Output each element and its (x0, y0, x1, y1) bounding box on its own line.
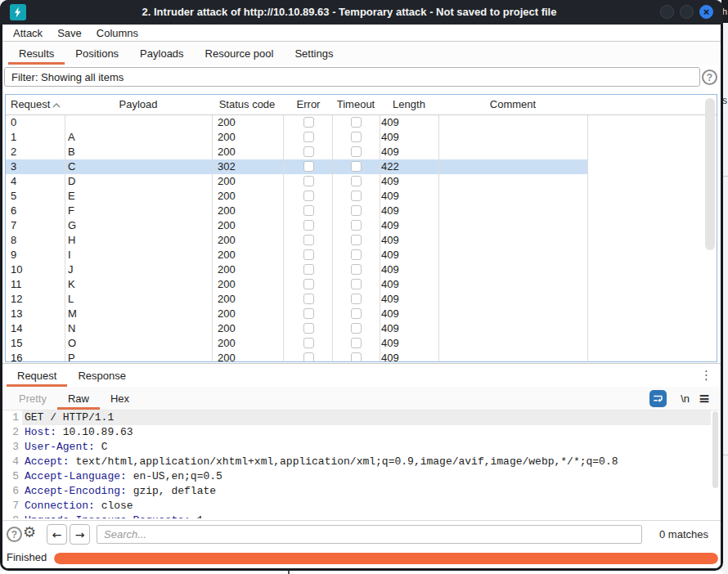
table-row[interactable]: 11K200409 (6, 277, 717, 292)
timeout-checkbox[interactable] (351, 205, 362, 216)
panel-divider[interactable] (2, 363, 721, 364)
timeout-checkbox[interactable] (351, 249, 362, 260)
timeout-checkbox[interactable] (351, 161, 362, 172)
newline-toggle-button[interactable]: \n (681, 392, 690, 405)
titlebar[interactable]: 2. Intruder attack of http://10.10.89.63… (0, 0, 723, 25)
timeout-checkbox[interactable] (351, 191, 362, 201)
column-divider[interactable] (283, 95, 284, 361)
table-row[interactable]: 6F200409 (6, 204, 717, 218)
error-checkbox[interactable] (303, 249, 314, 260)
editor-line[interactable]: 3User-Agent: C (2, 440, 721, 455)
error-checkbox[interactable] (303, 338, 314, 348)
table-scrollbar-thumb[interactable] (705, 98, 715, 250)
tab-raw[interactable]: Raw (57, 387, 100, 410)
error-checkbox[interactable] (303, 117, 314, 128)
column-header-error[interactable]: Error (297, 98, 321, 110)
error-checkbox[interactable] (303, 308, 314, 319)
error-checkbox[interactable] (303, 294, 314, 304)
table-row[interactable]: 8H200409 (6, 233, 717, 248)
timeout-checkbox[interactable] (351, 220, 362, 231)
search-help-icon[interactable]: ? (7, 527, 22, 542)
editor-line[interactable]: 6Accept-Encoding: gzip, deflate (2, 484, 721, 499)
table-row[interactable]: 7G200409 (6, 218, 717, 233)
timeout-checkbox[interactable] (351, 132, 362, 142)
tab-pretty[interactable]: Pretty (8, 387, 57, 410)
search-input[interactable] (97, 525, 642, 544)
tab-hex[interactable]: Hex (100, 387, 140, 410)
tab-settings[interactable]: Settings (284, 43, 344, 65)
help-icon[interactable]: ? (702, 70, 717, 85)
table-row[interactable]: 16P200409 (6, 351, 717, 362)
timeout-checkbox[interactable] (351, 279, 362, 289)
column-divider[interactable] (332, 95, 333, 361)
timeout-checkbox[interactable] (351, 294, 362, 304)
column-header-request[interactable]: Request (11, 98, 50, 110)
table-row[interactable]: 4D200409 (6, 174, 717, 189)
timeout-checkbox[interactable] (351, 308, 362, 319)
timeout-checkbox[interactable] (351, 352, 362, 362)
search-settings-gear-icon[interactable]: ⚙ (23, 523, 36, 540)
tab-positions[interactable]: Positions (65, 43, 129, 65)
menu-attack[interactable]: Attack (13, 27, 43, 39)
tab-request[interactable]: Request (7, 365, 67, 387)
column-divider[interactable] (438, 95, 439, 361)
error-checkbox[interactable] (303, 161, 314, 172)
previous-match-button[interactable]: ← (47, 524, 67, 545)
maximize-button[interactable] (680, 5, 694, 19)
table-row[interactable]: 5E200409 (6, 189, 717, 204)
error-checkbox[interactable] (303, 323, 314, 334)
editor-line[interactable]: 4Accept: text/html,application/xhtml+xml… (2, 455, 721, 469)
table-row[interactable]: 3C302422 (6, 159, 717, 174)
editor-line[interactable]: 8Upgrade-Insecure-Requests: 1 (2, 513, 721, 518)
hamburger-menu-icon[interactable]: ≡ (699, 390, 710, 406)
timeout-checkbox[interactable] (351, 338, 362, 348)
error-checkbox[interactable] (303, 176, 314, 186)
error-checkbox[interactable] (303, 132, 314, 142)
table-row[interactable]: 1A200409 (6, 130, 717, 145)
table-row[interactable]: 9I200409 (6, 248, 717, 262)
menu-save[interactable]: Save (57, 27, 82, 39)
column-header-status-code[interactable]: Status code (219, 98, 276, 110)
minimize-button[interactable] (660, 5, 674, 19)
timeout-checkbox[interactable] (351, 264, 362, 275)
editor-line[interactable]: 5Accept-Language: en-US,en;q=0.5 (2, 469, 721, 484)
timeout-checkbox[interactable] (351, 323, 362, 334)
table-row[interactable]: 13M200409 (6, 307, 717, 321)
error-checkbox[interactable] (303, 191, 314, 201)
tab-response[interactable]: Response (67, 365, 137, 387)
next-match-button[interactable]: → (70, 524, 90, 545)
timeout-checkbox[interactable] (351, 146, 362, 157)
table-row[interactable]: 12L200409 (6, 292, 717, 307)
table-row[interactable]: 2B200409 (6, 145, 717, 159)
column-header-timeout[interactable]: Timeout (337, 98, 375, 110)
tab-payloads[interactable]: Payloads (129, 43, 194, 65)
menu-columns[interactable]: Columns (97, 27, 138, 39)
error-checkbox[interactable] (303, 146, 314, 157)
error-checkbox[interactable] (303, 205, 314, 216)
column-header-payload[interactable]: Payload (119, 98, 158, 110)
editor-line[interactable]: 1GET / HTTP/1.1 (2, 410, 721, 425)
timeout-checkbox[interactable] (351, 235, 362, 245)
column-divider[interactable] (212, 95, 213, 361)
column-header-comment[interactable]: Comment (490, 98, 536, 110)
column-divider[interactable] (65, 95, 65, 361)
editor-line[interactable]: 7Connection: close (2, 499, 721, 513)
error-checkbox[interactable] (303, 235, 314, 245)
filter-bar[interactable]: Filter: Showing all items (4, 67, 700, 87)
editor-scrollbar-thumb[interactable] (712, 411, 718, 488)
table-row[interactable]: 0200409 (6, 115, 717, 130)
editor-line[interactable]: 2Host: 10.10.89.63 (2, 425, 721, 440)
column-divider[interactable] (380, 95, 380, 361)
table-row[interactable]: 14N200409 (6, 321, 717, 336)
column-divider[interactable] (587, 95, 588, 361)
word-wrap-toggle-button[interactable] (649, 390, 667, 407)
error-checkbox[interactable] (303, 279, 314, 289)
kebab-menu-icon[interactable]: ⋮ (700, 368, 712, 383)
column-header-length[interactable]: Length (393, 98, 425, 110)
timeout-checkbox[interactable] (351, 117, 362, 128)
error-checkbox[interactable] (303, 264, 314, 275)
raw-request-editor[interactable]: 1GET / HTTP/1.12Host: 10.10.89.633User-A… (2, 410, 721, 518)
tab-results[interactable]: Results (8, 43, 65, 65)
error-checkbox[interactable] (303, 352, 314, 362)
tab-resource-pool[interactable]: Resource pool (195, 43, 285, 65)
